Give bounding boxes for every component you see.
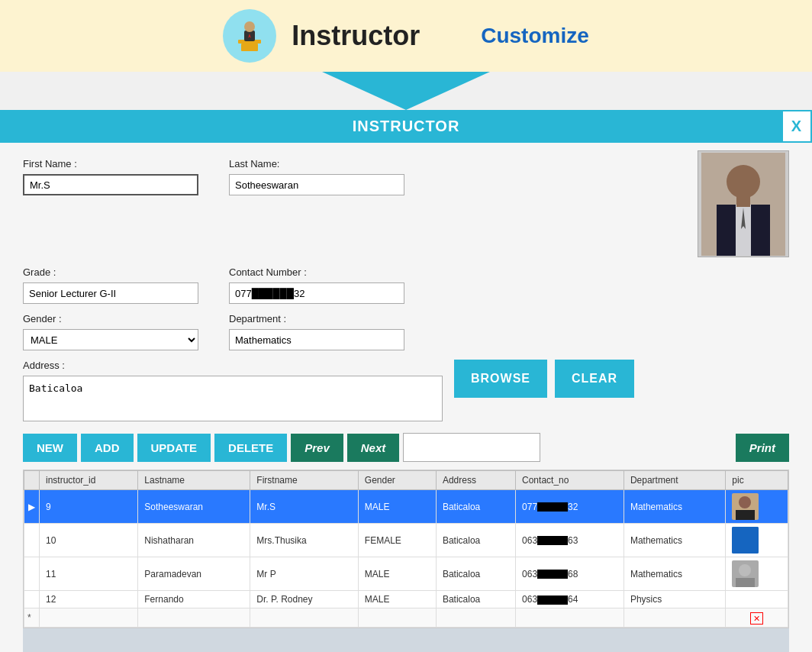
col-gender: Gender <box>358 471 436 490</box>
table-header-row: instructor_id Lastname Firstname Gender … <box>24 471 788 490</box>
title-bar-label: INSTRUCTOR <box>353 118 460 134</box>
row-arrow <box>24 557 40 591</box>
new-row-contact <box>516 608 624 628</box>
cell-pic <box>726 557 788 591</box>
row-delete-icon[interactable]: ✕ <box>726 608 788 628</box>
cell-department: Mathematics <box>624 557 725 591</box>
customize-link[interactable]: Customize <box>481 24 589 48</box>
col-contact: Contact_no <box>516 471 624 490</box>
grade-label: Grade : <box>23 266 198 278</box>
cell-address: Baticaloa <box>436 490 515 524</box>
col-firstname: Firstname <box>250 471 358 490</box>
lastname-input[interactable] <box>229 174 404 195</box>
cell-lastname: Sotheeswaran <box>138 490 250 524</box>
cell-firstname: Dr. P. Rodney <box>250 591 358 608</box>
form-area: First Name : Last Name: <box>0 143 812 652</box>
clear-button[interactable]: CLEAR <box>555 360 634 398</box>
address-row: Address : Baticaloa BROWSE CLEAR <box>23 360 789 421</box>
new-row-firstname <box>250 608 358 628</box>
table-row[interactable]: 12 Fernando Dr. P. Rodney MALE Baticaloa… <box>24 591 788 608</box>
cell-address: Baticaloa <box>436 557 515 591</box>
table-new-row: * ✕ <box>24 608 788 628</box>
cell-firstname: Mr.S <box>250 490 358 524</box>
department-input[interactable] <box>229 329 404 350</box>
print-button[interactable]: Print <box>736 434 789 462</box>
table-row[interactable]: ▶ 9 Sotheeswaran Mr.S MALE Baticaloa 077… <box>24 490 788 524</box>
firstname-col: First Name : <box>23 158 198 195</box>
cell-gender: FEMALE <box>358 524 436 557</box>
cell-id: 12 <box>40 591 138 608</box>
cell-lastname: Nishatharan <box>138 524 250 557</box>
address-input[interactable]: Baticaloa <box>23 376 443 421</box>
cell-gender: MALE <box>358 490 436 524</box>
new-row-gender <box>358 608 436 628</box>
new-button[interactable]: NEW <box>23 434 77 462</box>
next-button[interactable]: Next <box>347 434 400 462</box>
action-row: NEW ADD UPDATE DELETE Prev Next Print <box>23 433 789 462</box>
browse-button[interactable]: BROWSE <box>454 360 547 398</box>
col-pic: pic <box>726 471 788 490</box>
contact-input[interactable] <box>229 282 404 304</box>
photo-area <box>698 150 789 257</box>
cell-department: Mathematics <box>624 524 725 557</box>
cell-contact: 06364 <box>516 591 624 608</box>
col-department: Department <box>624 471 725 490</box>
cell-gender: MALE <box>358 557 436 591</box>
svg-rect-13 <box>732 527 759 554</box>
chevron-decoration <box>0 72 812 110</box>
cell-pic <box>726 490 788 524</box>
close-button[interactable]: X <box>781 110 812 143</box>
delete-button[interactable]: DELETE <box>214 434 287 462</box>
cell-contact: 07732 <box>516 490 624 524</box>
prev-button[interactable]: Prev <box>291 434 343 462</box>
firstname-label: First Name : <box>23 158 198 169</box>
contact-col: Contact Number : <box>229 266 404 304</box>
svg-point-3 <box>244 21 255 32</box>
svg-rect-10 <box>736 196 750 207</box>
search-input[interactable] <box>403 433 540 462</box>
cell-department: Physics <box>624 591 725 608</box>
cell-department: Mathematics <box>624 490 725 524</box>
table-row[interactable]: 10 Nishatharan Mrs.Thusika FEMALE Batica… <box>24 524 788 557</box>
cell-contact: 06363 <box>516 524 624 557</box>
cell-contact: 06368 <box>516 557 624 591</box>
row-arrow: ▶ <box>24 490 40 524</box>
cell-id: 10 <box>40 524 138 557</box>
lastname-col: Last Name: <box>229 158 404 195</box>
table-row[interactable]: 11 Paramadevan Mr P MALE Baticaloa 06368… <box>24 557 788 591</box>
svg-rect-1 <box>241 44 258 51</box>
address-label: Address : <box>23 360 443 371</box>
update-button[interactable]: UPDATE <box>137 434 211 462</box>
cell-id: 9 <box>40 490 138 524</box>
row-arrow <box>24 591 40 608</box>
cell-gender: MALE <box>358 591 436 608</box>
col-lastname: Lastname <box>138 471 250 490</box>
title-bar: INSTRUCTOR X <box>0 110 812 143</box>
firstname-input[interactable] <box>23 174 198 195</box>
lastname-label: Last Name: <box>229 158 404 169</box>
header-banner: Instructor Customize <box>0 0 812 72</box>
grade-input[interactable] <box>23 282 198 304</box>
contact-label: Contact Number : <box>229 266 404 278</box>
row-arrow <box>24 524 40 557</box>
name-row: First Name : Last Name: <box>23 158 789 257</box>
gender-dept-row: Gender : MALE FEMALE Department : <box>23 313 789 350</box>
department-label: Department : <box>229 313 404 324</box>
grade-contact-row: Grade : Contact Number : <box>23 266 789 304</box>
cell-address: Baticaloa <box>436 591 515 608</box>
chevron-shape <box>322 72 490 110</box>
cell-address: Baticaloa <box>436 524 515 557</box>
svg-point-11 <box>739 496 751 508</box>
data-table-container: instructor_id Lastname Firstname Gender … <box>23 470 789 628</box>
instructor-table: instructor_id Lastname Firstname Gender … <box>24 470 788 628</box>
new-row-id <box>40 608 138 628</box>
col-id: instructor_id <box>40 471 138 490</box>
department-col: Department : <box>229 313 404 350</box>
svg-rect-12 <box>736 510 755 520</box>
new-row-address <box>436 608 515 628</box>
gender-select[interactable]: MALE FEMALE <box>23 329 198 350</box>
new-row-dept <box>624 608 725 628</box>
cell-lastname: Fernando <box>138 591 250 608</box>
add-button[interactable]: ADD <box>81 434 134 462</box>
cell-lastname: Paramadevan <box>138 557 250 591</box>
